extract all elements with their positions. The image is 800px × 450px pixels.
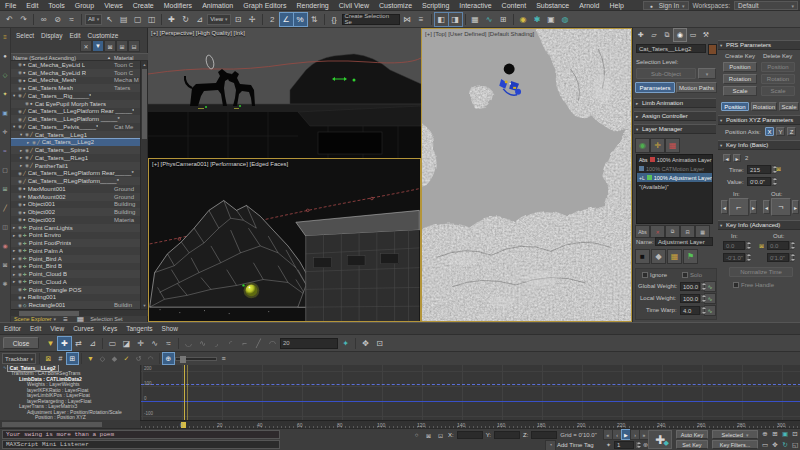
param-range-icon[interactable]: ◇ xyxy=(97,353,108,364)
tv-menu-icon[interactable]: ≡ xyxy=(218,353,229,364)
tab-display[interactable]: ▭ xyxy=(687,29,699,41)
adv-in1-field[interactable]: 0.0 xyxy=(723,241,745,250)
explorer-row[interactable]: ◉╱Cat_Taters__RLegPlatform_____* xyxy=(11,177,141,185)
visibility-eye-icon[interactable]: ◉ xyxy=(18,287,22,292)
tangent-smooth-icon[interactable]: ◠ xyxy=(266,337,279,350)
rollout-position-xyz[interactable]: ▾Position XYZ Parameters xyxy=(718,115,800,125)
explorer-menu-display[interactable]: Display xyxy=(41,32,62,39)
scroll-thumb[interactable] xyxy=(2,422,102,427)
auto-key-button[interactable]: Auto Key xyxy=(676,430,708,439)
tab-create[interactable]: ✚ xyxy=(635,29,647,41)
pan-keys-icon[interactable]: ✥ xyxy=(359,337,372,350)
menu-file[interactable]: File xyxy=(0,2,21,9)
create-key-position-button[interactable]: Position xyxy=(723,62,757,72)
out-tangent-next-icon[interactable]: ▸ xyxy=(792,200,799,214)
camera-viewport[interactable]: [+] [PhysCamera001] [Performance] [Edged… xyxy=(148,158,421,322)
time-spinner[interactable] xyxy=(771,165,776,174)
explorer-row[interactable]: ▸◉╱Cat_Taters__Spine1 xyxy=(11,146,141,154)
camera-canvas[interactable] xyxy=(149,159,420,321)
tv-menu-view[interactable]: View xyxy=(50,325,64,332)
tangent-linear-icon[interactable]: ╱ xyxy=(252,337,265,350)
expand-all-icon[interactable]: ⊞ xyxy=(117,41,127,51)
visibility-eye-icon[interactable]: ◉ xyxy=(18,202,22,207)
key-filters-button[interactable]: Key Filters... xyxy=(712,440,758,449)
selection-lock-icon[interactable]: ⊠ xyxy=(424,431,433,440)
curve-editor-icon[interactable]: ∿ xyxy=(483,13,496,26)
layer-row[interactable]: "(Available)" xyxy=(637,182,712,191)
adv-in2-spinner[interactable] xyxy=(745,253,750,262)
explorer-menu-select[interactable]: Select xyxy=(16,32,34,39)
out-tangent-prev-icon[interactable]: ◂ xyxy=(763,200,770,214)
adv-out2-field[interactable]: 0'1.0" xyxy=(767,253,789,262)
filter-curves-icon[interactable]: ▼ xyxy=(85,353,96,364)
search-filter-icon[interactable]: ▼ xyxy=(93,41,103,51)
layer-global-icon[interactable]: ◉ xyxy=(636,139,649,152)
rollout-limb-animation[interactable]: ▸Limb Animation xyxy=(634,98,716,108)
visibility-eye-icon[interactable]: ◉ xyxy=(18,225,22,230)
show-keyable-icon[interactable]: ⊞ xyxy=(67,353,78,364)
sub-object-combo[interactable]: ▾ xyxy=(698,68,716,79)
local-weight-curve-icon[interactable]: ∿ xyxy=(705,294,715,303)
ghost-toggle-icon[interactable]: ⚑ xyxy=(684,250,697,263)
explorer-row[interactable]: ◉◇Rectangle001Buildin xyxy=(11,301,141,309)
lock-keys-icon[interactable]: ⊠ xyxy=(43,353,54,364)
time-warp-field[interactable]: 4.0 xyxy=(680,306,700,315)
explorer-row[interactable]: ◉●Railing001 xyxy=(11,294,141,302)
draw-curves-icon[interactable]: ∿ xyxy=(148,337,161,350)
y-field[interactable] xyxy=(494,431,520,439)
explorer-row[interactable]: ◉●MaxMount001Ground xyxy=(11,185,141,193)
menu-arnold[interactable]: Arnold xyxy=(574,2,604,9)
create-key-rotation-button[interactable]: Rotation xyxy=(723,74,757,84)
visibility-eye-icon[interactable]: ◉ xyxy=(18,78,22,83)
align-icon[interactable]: ≡ xyxy=(415,13,428,26)
select-object-icon[interactable]: ↖ xyxy=(103,13,116,26)
menu-create[interactable]: Create xyxy=(128,2,159,9)
menu-edit[interactable]: Edit xyxy=(21,2,43,9)
isolate-curve-icon[interactable]: ◪ xyxy=(120,337,133,350)
visibility-eye-icon[interactable]: ◉ xyxy=(18,279,22,284)
toggle-scene-explorer-icon[interactable]: ◧ xyxy=(435,13,448,26)
maximize-viewport-icon[interactable]: ◱ xyxy=(790,440,800,450)
percent-snap-icon[interactable]: % xyxy=(294,13,307,26)
snap-to-rig-icon[interactable]: ▦ xyxy=(668,250,681,263)
select-and-link-icon[interactable]: ∞ xyxy=(37,13,50,26)
adv-in1-spinner[interactable] xyxy=(745,241,750,250)
explorer-row[interactable]: ◉●Cat_Taters MeshTaters xyxy=(11,84,141,92)
render-setup-icon[interactable]: ✱ xyxy=(531,13,544,26)
normalize-time-button[interactable]: Normalize Time xyxy=(729,267,793,277)
visibility-eye-icon[interactable]: ◉ xyxy=(25,148,29,153)
scene-explorer-header[interactable]: Name (Sorted Ascending) ▲ Material xyxy=(11,53,148,61)
visibility-eye-icon[interactable]: ◉ xyxy=(18,70,22,75)
close-button[interactable]: Close xyxy=(3,337,39,349)
collapse-all-icon[interactable]: ⊟ xyxy=(129,41,139,51)
filter-lights-icon[interactable]: ✦ xyxy=(1,89,10,98)
visibility-eye-icon[interactable]: ◉ xyxy=(18,93,22,98)
adv-out1-field[interactable]: 0.0 xyxy=(767,241,789,250)
visibility-eye-icon[interactable]: ◉ xyxy=(18,248,22,253)
explorer-row[interactable]: ◉●Cat_Mecha_EyeLid RToon C xyxy=(11,69,141,77)
z-field[interactable] xyxy=(531,431,557,439)
simplify-curve-icon[interactable]: ≈ xyxy=(162,337,175,350)
menu-scripting[interactable]: Scripting xyxy=(417,2,454,9)
visibility-eye-icon[interactable]: ◉ xyxy=(18,86,22,91)
selection-region-icon[interactable]: ▢ xyxy=(131,13,144,26)
go-to-end-icon[interactable]: » xyxy=(640,430,648,439)
current-frame-field[interactable]: 1 xyxy=(614,441,634,449)
explorer-row[interactable]: ▾◉╱Cat_Taters__LLeg1 xyxy=(11,131,141,139)
toggle-ribbon-icon[interactable]: ▦ xyxy=(469,13,482,26)
x-field[interactable] xyxy=(457,431,483,439)
angle-snap-icon[interactable]: ∠ xyxy=(280,13,293,26)
explorer-row[interactable]: ◉╱Cat_Taters__LLegPlatform Rear _____* xyxy=(11,108,141,116)
explorer-row[interactable]: ▸◉✛Point_Bird B xyxy=(11,263,141,271)
layer-name-field[interactable]: Adjustment Layer xyxy=(655,237,713,246)
schematic-view-icon[interactable]: ⊞ xyxy=(497,13,510,26)
slide-keys-icon[interactable]: ⇄ xyxy=(72,337,85,350)
named-selection-field[interactable]: Create Selection Se xyxy=(342,14,400,25)
perspective-canvas[interactable] xyxy=(148,28,421,158)
play-animation-icon[interactable]: ▶ xyxy=(622,430,630,439)
curve-graph[interactable]: 2001000-100 xyxy=(140,365,800,420)
filter-containers-icon[interactable]: ◫ xyxy=(1,222,10,231)
revert-curves-icon[interactable]: ↺ xyxy=(133,353,144,364)
explorer-row[interactable]: ▾◉╱Cat_Taters__Pelvis_____*Cat Me xyxy=(11,123,141,131)
explorer-row[interactable]: ◉●MaxMount002Ground xyxy=(11,193,141,201)
